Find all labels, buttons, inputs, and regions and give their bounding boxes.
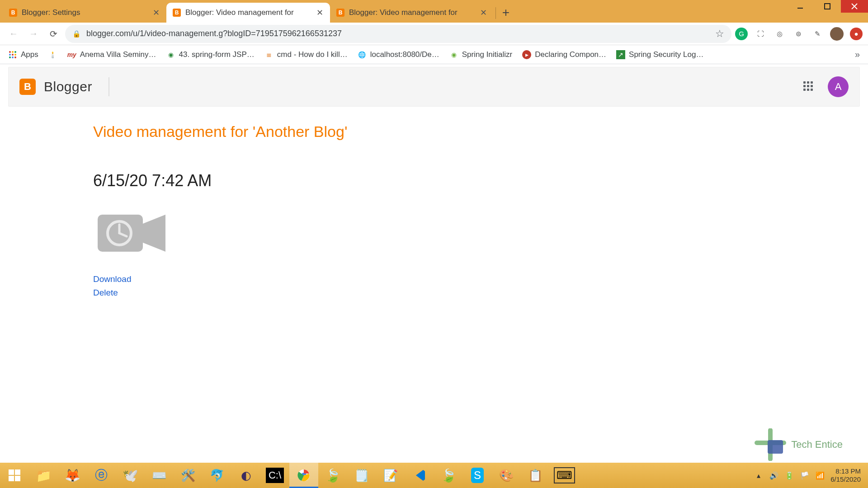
svg-marker-14 [143,215,165,252]
svg-marker-27 [416,470,425,481]
tray-overflow-icon[interactable]: ▴ [754,470,764,480]
tab-2[interactable]: B Blogger: Video management for ✕ [330,3,494,23]
delete-link[interactable]: Delete [93,286,636,300]
vscode-task-icon[interactable] [405,463,434,488]
tools-task-icon[interactable]: 🛠️ [174,463,203,488]
video-timestamp: 6/15/20 7:42 AM [93,171,636,190]
springboot-task-icon[interactable]: 🍃 [434,463,463,488]
close-window-button[interactable] [841,0,868,13]
forward-button[interactable]: → [25,26,42,42]
svg-point-4 [9,51,11,53]
extension-icon[interactable]: ⛶ [754,28,767,40]
bookmark-label: cmd - How do I kill… [277,50,348,59]
svg-point-6 [14,51,16,53]
maximize-button[interactable] [814,0,841,13]
download-link[interactable]: Download [93,272,636,286]
omnibox[interactable]: 🔒 blogger.com/u/1/video-management.g?blo… [65,25,731,43]
bookmark-item[interactable]: 🕯️ [48,50,57,59]
firefox-task-icon[interactable]: 🦊 [58,463,87,488]
bookmark-item[interactable]: ▸Declaring Compon… [522,50,606,59]
svg-rect-1 [825,4,830,9]
video-actions: Download Delete [93,272,636,300]
svg-point-5 [12,51,14,53]
battery-icon[interactable]: 🔋 [784,470,794,480]
onscreen-keyboard-task-icon[interactable]: ⌨ [550,463,579,488]
svg-point-10 [9,56,11,58]
profile-avatar[interactable] [830,27,844,41]
mysql-task-icon[interactable]: 🐬 [203,463,231,488]
bookmark-favicon: ▸ [522,50,531,59]
bookmark-item[interactable]: ↗Spring Security Log… [616,50,703,59]
extension-icon[interactable]: ⊚ [792,28,805,40]
bookmark-favicon: ≣ [264,50,274,59]
grammarly-extension-icon[interactable]: G [735,28,748,40]
paint-task-icon[interactable]: 🎨 [492,463,521,488]
wifi-icon[interactable]: 📶 [815,470,825,480]
extension-icon[interactable]: ◎ [773,28,786,40]
bookmark-item[interactable]: ◉43. spring-form JSP… [166,50,255,59]
blogger-wordmark: Blogger [44,79,92,94]
color-picker-icon[interactable]: ✎ [811,28,824,40]
svg-point-9 [14,54,16,56]
bookmark-item[interactable]: ≣cmd - How do I kill… [264,50,348,59]
network-icon[interactable]: 🏳️ [800,470,810,480]
blogger-header: B Blogger A [8,67,860,107]
bookmark-overflow-icon[interactable]: » [855,49,860,60]
svg-point-11 [12,56,14,58]
tab-strip: B Blogger: Settings ✕ B Blogger: Video m… [0,0,787,23]
blogger-favicon: B [173,9,181,17]
back-button[interactable]: ← [5,26,22,42]
blogger-logo-icon[interactable]: B [19,79,36,95]
close-tab-icon[interactable]: ✕ [152,8,160,18]
globe-icon: 🌐 [358,50,367,59]
new-tab-button[interactable]: + [498,5,514,21]
bookmark-label: Spring Security Log… [629,50,703,59]
start-button[interactable] [0,463,29,488]
terminal-task-icon[interactable]: C:\ [260,463,289,488]
bookmark-favicon: ↗ [616,50,625,59]
thunderbird-task-icon[interactable]: 🕊️ [116,463,145,488]
eclipse-task-icon[interactable]: ◐ [231,463,260,488]
address-bar: ← → ⟳ 🔒 blogger.com/u/1/video-management… [0,23,868,45]
bookmark-item[interactable]: ◉Spring Initializr [449,50,513,59]
notes-task-icon[interactable]: 📋 [521,463,550,488]
ie-task-icon[interactable]: ⓔ [87,463,116,488]
bookmark-item[interactable]: 🌐localhost:8080/De… [358,50,439,59]
apps-grid-icon [8,50,17,59]
bookmark-favicon: my [67,50,76,59]
tab-title: Blogger: Video management for [349,8,475,17]
chrome-task-icon[interactable] [289,463,318,488]
tray-date: 6/15/2020 [830,475,861,483]
spring-task-icon[interactable]: 🍃 [318,463,347,488]
account-avatar[interactable]: A [828,76,849,97]
file-explorer-task-icon[interactable]: 📁 [29,463,58,488]
close-tab-icon[interactable]: ✕ [479,8,487,18]
close-tab-icon[interactable]: ✕ [316,8,324,18]
skype-task-icon[interactable]: S [463,463,492,488]
notepadpp-task-icon[interactable]: 📝 [376,463,405,488]
bookmark-star-icon[interactable]: ☆ [715,28,724,40]
tab-1[interactable]: B Blogger: Video management for ✕ [166,3,330,23]
svg-rect-24 [15,476,20,481]
google-apps-icon[interactable] [803,81,814,92]
system-tray: ▴ 🔊 🔋 🏳️ 📶 8:13 PM 6/15/2020 [751,463,868,488]
tray-clock[interactable]: 8:13 PM 6/15/2020 [830,467,863,483]
svg-rect-22 [15,469,20,475]
keyboard-task-icon[interactable]: ⌨️ [145,463,174,488]
svg-point-25 [298,469,310,481]
sticky-notes-task-icon[interactable]: 🗒️ [347,463,376,488]
volume-icon[interactable]: 🔊 [769,470,779,480]
apps-label: Apps [21,50,38,59]
svg-rect-21 [9,469,14,475]
reload-button[interactable]: ⟳ [45,26,61,42]
tray-time: 8:13 PM [830,467,861,475]
page-title: Video management for 'Another Blog' [93,123,636,141]
apps-shortcut[interactable]: Apps [8,50,38,59]
minimize-button[interactable] [787,0,814,13]
bookmarks-bar: Apps 🕯️ myAnema Villa Seminy… ◉43. sprin… [0,45,868,64]
svg-point-8 [12,54,14,56]
extension-badge-icon[interactable]: ● [850,28,863,40]
bookmark-item[interactable]: myAnema Villa Seminy… [67,50,156,59]
tab-0[interactable]: B Blogger: Settings ✕ [3,3,166,23]
tab-divider [495,7,496,19]
